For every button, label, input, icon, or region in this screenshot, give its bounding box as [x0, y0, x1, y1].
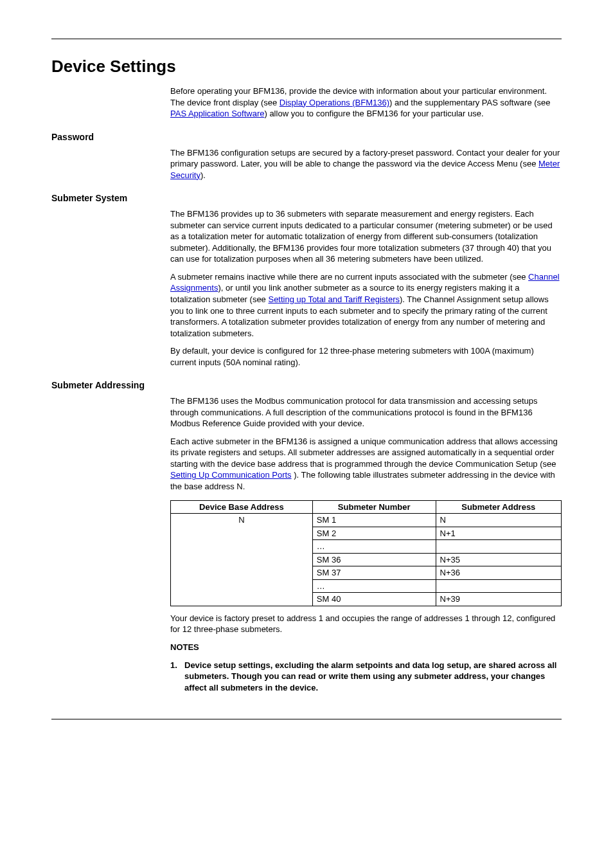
submeter-system-p2: A submeter remains inactive while there … — [170, 271, 562, 339]
cell-num: SM 1 — [312, 514, 436, 527]
intro-block: Before operating your BFM136, provide th… — [170, 86, 562, 120]
submeter-system-p1: The BFM136 provides up to 36 submeters w… — [170, 208, 562, 265]
ss-p2-a: A submeter remains inactive while there … — [170, 272, 528, 282]
submeter-addressing-block: The BFM136 uses the Modbus communication… — [170, 395, 562, 693]
cell-addr — [436, 540, 561, 554]
cell-addr: N+35 — [436, 553, 561, 566]
submeter-system-p3: By default, your device is configured fo… — [170, 345, 562, 368]
cell-addr — [436, 579, 561, 593]
cell-num: SM 40 — [312, 593, 436, 606]
password-text-before: The BFM136 configuration setups are secu… — [170, 148, 560, 169]
intro-paragraph: Before operating your BFM136, provide th… — [170, 86, 562, 120]
bottom-rule — [51, 719, 562, 719]
notes-heading: NOTES — [170, 642, 562, 653]
cell-addr: N — [436, 514, 561, 527]
th-base-address: Device Base Address — [171, 500, 313, 514]
cell-num: SM 2 — [312, 527, 436, 540]
addressing-p3: Your device is factory preset to address… — [170, 613, 562, 635]
submeter-system-heading: Submeter System — [51, 192, 562, 204]
th-submeter-number: Submeter Number — [312, 500, 436, 514]
note-number: 1. — [170, 660, 184, 694]
table-row: N SM 1 N — [171, 514, 562, 527]
submeter-addressing-heading: Submeter Addressing — [51, 379, 562, 392]
link-pas-software[interactable]: PAS Application Software — [170, 109, 264, 118]
addr-p2-a: Each active submeter in the BFM136 is as… — [170, 437, 558, 469]
cell-num: … — [312, 540, 436, 554]
link-comm-ports[interactable]: Setting Up Communication Ports — [170, 470, 292, 480]
addressing-p1: The BFM136 uses the Modbus communication… — [170, 395, 562, 429]
addressing-p2: Each active submeter in the BFM136 is as… — [170, 436, 562, 493]
password-paragraph: The BFM136 configuration setups are secu… — [170, 147, 562, 181]
cell-addr: N+36 — [436, 566, 561, 580]
password-block: The BFM136 configuration setups are secu… — [170, 147, 562, 181]
submeter-system-block: The BFM136 provides up to 36 submeters w… — [170, 208, 562, 368]
link-total-tariff[interactable]: Setting up Total and Tariff Registers — [268, 294, 400, 304]
cell-num: SM 36 — [312, 553, 436, 566]
th-submeter-address: Submeter Address — [436, 500, 561, 514]
table-header-row: Device Base Address Submeter Number Subm… — [171, 500, 562, 514]
intro-text-after: ) allow you to configure the BFM136 for … — [264, 109, 483, 118]
address-table: Device Base Address Submeter Number Subm… — [170, 500, 562, 606]
cell-addr: N+1 — [436, 527, 561, 540]
password-heading: Password — [51, 131, 562, 143]
cell-base: N — [171, 514, 313, 606]
password-text-after: ). — [200, 170, 206, 180]
note-item-1: 1. Device setup settings, excluding the … — [170, 660, 562, 694]
note-text: Device setup settings, excluding the ala… — [184, 660, 562, 694]
page-title: Device Settings — [51, 55, 562, 78]
cell-addr: N+39 — [436, 593, 561, 606]
intro-text-mid: ) and the supplementary PAS software (se… — [389, 98, 551, 107]
top-rule — [51, 39, 562, 39]
cell-num: SM 37 — [312, 566, 436, 580]
link-display-operations[interactable]: Display Operations (BFM136) — [280, 98, 389, 107]
cell-num: … — [312, 579, 436, 593]
